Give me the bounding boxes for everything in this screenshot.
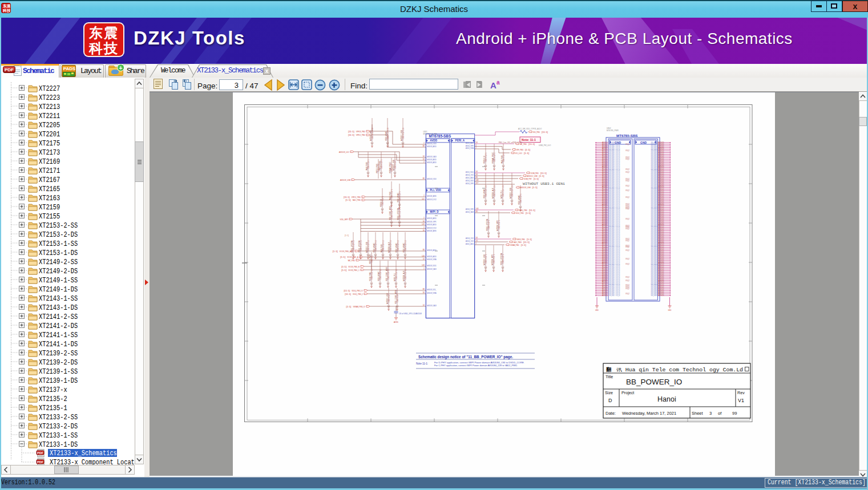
svg-text:XT2175: XT2175: [39, 140, 60, 148]
svg-text:XT2133-1-SS: XT2133-1-SS: [39, 432, 78, 440]
svg-text:Note 11-1:: Note 11-1:: [416, 362, 428, 365]
svg-text:[1:1]: [1:1]: [333, 250, 338, 253]
svg-text:[1:1]: [1:1]: [341, 269, 346, 272]
svg-text:MT6785-SBS: MT6785-SBS: [616, 133, 637, 137]
svg-text:VDDQ_A1: VDDQ_A1: [616, 294, 620, 297]
svg-text:C801 0.1uF 6.: C801 0.1uF 6.: [391, 189, 393, 199]
svg-text:VSQ2: VSQ2: [625, 240, 630, 242]
svg-text:C801 0.1uF 6.: C801 0.1uF 6.: [485, 152, 487, 162]
svg-text:C801 0.1uF 6.3V: C801 0.1uF 6.3V: [511, 185, 514, 197]
svg-text:XT2153-2-DS: XT2153-2-DS: [39, 231, 78, 239]
svg-text:58: 58: [476, 141, 478, 144]
svg-text:AVDDQ_VRF1: AVDDQ_VRF1: [466, 183, 474, 185]
svg-text:Hanoi: Hanoi: [657, 395, 676, 403]
svg-text:Project: Project: [621, 390, 634, 395]
svg-text:C801 0.1uF 6.3: C801 0.1uF 6.3: [368, 240, 370, 251]
svg-text:PERI_A: PERI_A: [455, 139, 465, 142]
svg-text:MT6785_PWR: MT6785_PWR: [607, 129, 619, 132]
svg-text:VIO18_PMU_B: VIO18_PMU_B: [348, 266, 360, 268]
svg-text:88: 88: [423, 145, 425, 147]
svg-text:C801 0.1uF 6.3V: C801 0.1uF 6.3V: [402, 127, 405, 139]
svg-text:99: 99: [732, 411, 737, 416]
svg-text:VSQ2: VSQ2: [625, 143, 630, 145]
svg-text:VIO18_PMU_APIO: VIO18_PMU_APIO: [340, 250, 354, 253]
svg-text:VRF12_PMU: VRF12_PMU: [356, 134, 366, 136]
svg-text:[1:1]: [1:1]: [340, 256, 345, 258]
svg-text:143: 143: [476, 208, 479, 210]
svg-text:[11:1]: [11:1]: [345, 293, 351, 295]
svg-text:VAT_PMU: VAT_PMU: [348, 260, 355, 262]
svg-text:AVDD18_AVDD: AVDD18_AVDD: [427, 145, 437, 148]
svg-text:XT2135-1: XT2135-1: [39, 404, 67, 412]
svg-text:Sheet: Sheet: [692, 411, 704, 416]
svg-text:VDD2_PMU: VDD2_PMU: [516, 212, 524, 214]
svg-text:XT2165: XT2165: [39, 185, 60, 193]
svg-text:AVDDQ_VIO2: AVDDQ_VIO2: [466, 174, 474, 176]
svg-text:C801 0.1uF 6.: C801 0.1uF 6.: [520, 193, 522, 203]
svg-text:VSQ2: VSQ2: [625, 293, 630, 295]
svg-text:VSQ2: VSQ2: [625, 263, 630, 265]
svg-text:C801 0.1uF 6.3V: C801 0.1uF 6.3V: [387, 127, 389, 139]
svg-text:117: 117: [476, 182, 479, 184]
svg-text:[11:1]: [11:1]: [348, 131, 354, 133]
svg-text:C801 0.1uF 6.3: C801 0.1uF 6.3: [395, 269, 398, 280]
svg-text:14: 14: [423, 220, 425, 222]
svg-text:XT2141-1-DS: XT2141-1-DS: [39, 341, 78, 349]
svg-text:14: 14: [423, 258, 425, 260]
svg-text:AVDDQ_VRF1: AVDDQ_VRF1: [466, 145, 474, 147]
svg-text:Size: Size: [605, 390, 613, 395]
svg-text:C801 0.1uF 6.3: C801 0.1uF 6.3: [380, 269, 382, 280]
svg-text:GND: GND: [668, 309, 672, 311]
svg-text:[11:1]: [11:1]: [529, 209, 535, 212]
svg-text:B7V25: B7V25: [659, 294, 665, 297]
svg-text:XT2169: XT2169: [39, 158, 60, 166]
svg-text:[11:1]: [11:1]: [344, 290, 350, 292]
svg-text:GND: GND: [595, 309, 599, 311]
svg-text:ACC_NR_VDD_OTP18_ALDO: ACC_NR_VDD_OTP18_ALDO: [518, 128, 542, 130]
svg-text:AVDD18_VA18: AVDD18_VA18: [427, 268, 437, 270]
svg-text:XT2133-2-DS: XT2133-2-DS: [39, 423, 78, 431]
svg-text:C801 0.1uF 6.3: C801 0.1uF 6.3: [371, 269, 373, 280]
svg-text:[11:1]: [11:1]: [528, 143, 535, 145]
svg-text:88: 88: [423, 249, 425, 251]
svg-text:XT2153-1-SS: XT2153-1-SS: [39, 240, 78, 248]
svg-text:C801 0.1uF 6.: C801 0.1uF 6.: [502, 254, 504, 264]
svg-text:C801 0.1uF 6.: C801 0.1uF 6.: [394, 159, 397, 169]
svg-text:C801 0.1uF 6.: C801 0.1uF 6.: [368, 159, 370, 169]
svg-text:C801 0.1uF 6.: C801 0.1uF 6.: [381, 159, 383, 169]
svg-text:88: 88: [423, 177, 425, 180]
svg-text:VSQ2: VSQ2: [625, 246, 630, 248]
svg-text:VRF_PMU: VRF_PMU: [516, 149, 524, 151]
svg-text:XT2143-1-DS: XT2143-1-DS: [39, 304, 78, 312]
svg-text:C801 0.1uF 6.3: C801 0.1uF 6.3: [375, 240, 377, 251]
svg-text:XT2213: XT2213: [39, 103, 60, 111]
svg-text:2: 2: [423, 142, 425, 144]
svg-text:AVDD18_AVDD: AVDD18_AVDD: [427, 224, 437, 226]
svg-text:[1:1]: [1:1]: [526, 212, 531, 214]
svg-text:WITHOUT USB3.1 GEN1: WITHOUT USB3.1 GEN1: [523, 182, 565, 186]
svg-text:AVDD18_VRF1: AVDD18_VRF1: [427, 221, 437, 223]
svg-text:2: 2: [423, 195, 425, 197]
svg-text:VSQ2: VSQ2: [625, 158, 630, 160]
svg-text:14: 14: [476, 240, 478, 242]
svg-text:[1:1]: [1:1]: [346, 199, 351, 201]
svg-text:88: 88: [476, 176, 478, 179]
svg-text:AVDD18_VDD1: AVDD18_VDD1: [427, 265, 437, 267]
svg-text:VSQ2: VSQ2: [625, 208, 630, 210]
svg-text:VA12_PMU: VA12_PMU: [353, 199, 361, 201]
svg-text:AVDD18_VSRA: AVDD18_VSRA: [427, 258, 437, 261]
svg-text:C801 0.1uF 6.3V: C801 0.1uF 6.3V: [494, 185, 496, 197]
svg-text:2: 2: [423, 268, 425, 270]
svg-text:XT2149-1-DS: XT2149-1-DS: [39, 286, 78, 294]
svg-text:a: a: [496, 80, 500, 86]
svg-text:VSRAM_PMU_IO: VSRAM_PMU_IO: [353, 306, 365, 308]
svg-text:AVDD18_AVDD: AVDD18_AVDD: [427, 161, 437, 164]
svg-text:AVDDQ_VDDQ: AVDDQ_VDDQ: [466, 171, 474, 173]
svg-text:2: 2: [476, 147, 477, 149]
svg-text:VSQ2: VSQ2: [625, 287, 630, 290]
svg-text:[1:1]: [1:1]: [527, 238, 532, 241]
svg-text:C801 0.1uF: C801 0.1uF: [388, 294, 390, 302]
svg-text:XT2149-2-DS: XT2149-2-DS: [39, 268, 78, 276]
svg-text:UWB_PW_LDO: UWB_PW_LDO: [539, 144, 551, 147]
svg-text:XT2133-x_Schematics: XT2133-x_Schematics: [50, 449, 117, 457]
